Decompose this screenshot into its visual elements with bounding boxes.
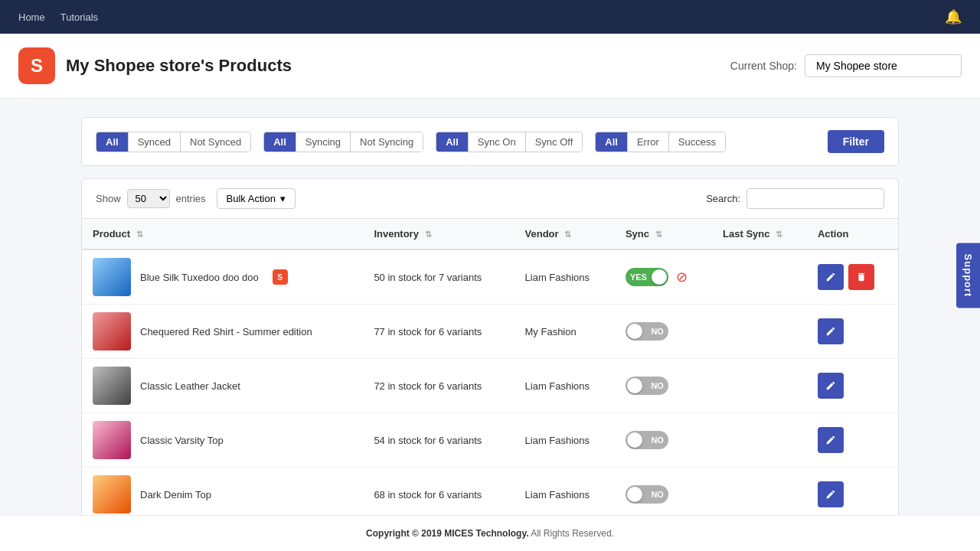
inventory-cell: 54 in stock for 6 variants xyxy=(363,413,514,468)
action-cell xyxy=(807,468,898,522)
product-cell-2: Chequered Red Shirt - Summer edition xyxy=(82,305,363,359)
main-content: All Synced Not Synced All Syncing Not Sy… xyxy=(69,99,911,551)
product-cell-4: Classic Varsity Top xyxy=(82,413,363,468)
product-name: Classic Leather Jacket xyxy=(140,380,240,392)
last-sync-cell xyxy=(712,359,807,413)
action-cell xyxy=(807,413,898,468)
last-sync-cell xyxy=(712,305,807,359)
table-controls: Show 50 25 100 entries Bulk Action ▾ Sea… xyxy=(81,178,899,218)
support-tab[interactable]: Support xyxy=(956,243,980,308)
last-sync-cell xyxy=(712,413,807,468)
sync-cell: NO xyxy=(615,305,712,359)
filter-groups: All Synced Not Synced All Syncing Not Sy… xyxy=(96,132,726,152)
filter-button[interactable]: Filter xyxy=(828,130,884,153)
bulk-action-button[interactable]: Bulk Action ▾ xyxy=(217,188,296,209)
toggle-knob xyxy=(627,324,642,339)
product-thumbnail xyxy=(93,367,131,405)
edit-button[interactable] xyxy=(818,373,844,399)
shopee-logo-icon: S xyxy=(18,47,55,84)
vendor-cell: Liam Fashions xyxy=(514,468,615,522)
page-header: S My Shopee store's Products Current Sho… xyxy=(0,34,980,99)
filter-sync-on[interactable]: Sync On xyxy=(469,132,526,152)
show-label: Show xyxy=(96,193,121,204)
sync-toggle[interactable]: NO xyxy=(626,377,668,395)
table-row: Classic Varsity Top54 in stock for 6 var… xyxy=(82,413,898,468)
sync-cell: YES⊘ xyxy=(615,249,712,305)
vendor-cell: Liam Fashions xyxy=(514,413,615,468)
inventory-cell: 72 in stock for 6 variants xyxy=(363,359,514,413)
table-header-row: Product ⇅ Inventory ⇅ Vendor ⇅ Sync ⇅ xyxy=(82,219,898,249)
sync-cell: NO xyxy=(615,468,712,522)
table-row: Classic Leather Jacket72 in stock for 6 … xyxy=(82,359,898,413)
inventory-sort-icon[interactable]: ⇅ xyxy=(425,230,432,240)
delete-button[interactable] xyxy=(848,264,874,290)
current-shop-input[interactable] xyxy=(805,54,962,77)
page-title: My Shopee store's Products xyxy=(66,56,292,76)
inventory-cell: 77 in stock for 6 variants xyxy=(363,305,514,359)
sync-label: NO xyxy=(651,381,664,390)
product-cell-3: Classic Leather Jacket xyxy=(82,359,363,413)
table-row: Dark Denim Top68 in stock for 6 variants… xyxy=(82,468,898,522)
filter-sync-off[interactable]: Sync Off xyxy=(526,132,583,152)
nav-tutorials-link[interactable]: Tutorials xyxy=(60,11,98,23)
inventory-cell: 50 in stock for 7 variants xyxy=(363,249,514,305)
sync-label: YES xyxy=(630,272,647,282)
bulk-action-label: Bulk Action xyxy=(227,193,276,204)
nav-links: Home Tutorials xyxy=(18,11,98,23)
shopee-badge-icon: S xyxy=(273,269,288,285)
last-sync-cell xyxy=(712,468,807,522)
vendor-cell: Liam Fashions xyxy=(514,359,615,413)
product-sort-icon[interactable]: ⇅ xyxy=(136,230,143,240)
notification-bell-icon[interactable]: 🔔 xyxy=(945,8,962,25)
filter-all-sync-status[interactable]: All xyxy=(96,132,129,152)
col-sync: Sync ⇅ xyxy=(615,219,712,249)
sync-toggle[interactable]: NO xyxy=(626,485,668,504)
table-row: Blue Silk Tuxedoo doo dooS50 in stock fo… xyxy=(82,249,898,305)
filter-syncing[interactable]: Syncing xyxy=(296,132,351,152)
sync-sort-icon[interactable]: ⇅ xyxy=(655,230,662,240)
filter-group-syncing: All Syncing Not Syncing xyxy=(263,132,423,152)
product-name: Classic Varsity Top xyxy=(140,435,224,446)
col-action: Action xyxy=(807,219,898,249)
toggle-knob xyxy=(627,487,642,502)
filter-all-syncing[interactable]: All xyxy=(264,132,296,152)
filter-not-syncing[interactable]: Not Syncing xyxy=(351,132,423,152)
sync-toggle[interactable]: NO xyxy=(626,431,668,449)
filter-success[interactable]: Success xyxy=(669,132,725,152)
col-vendor: Vendor ⇅ xyxy=(514,219,615,249)
edit-button[interactable] xyxy=(818,481,844,507)
vendor-sort-icon[interactable]: ⇅ xyxy=(564,230,571,240)
sync-toggle[interactable]: YES xyxy=(626,268,668,286)
show-entries: Show 50 25 100 entries xyxy=(96,189,206,208)
sync-label: NO xyxy=(651,544,664,551)
top-navigation: Home Tutorials 🔔 xyxy=(0,0,980,34)
filter-error[interactable]: Error xyxy=(628,132,669,152)
filter-all-status[interactable]: All xyxy=(596,132,628,152)
sync-toggle[interactable]: NO xyxy=(626,322,668,341)
footer-rights: All Rights Reserved. xyxy=(531,528,614,539)
last-sync-sort-icon[interactable]: ⇅ xyxy=(776,230,782,240)
edit-button[interactable] xyxy=(818,318,844,344)
nav-home-link[interactable]: Home xyxy=(18,11,45,23)
toggle-knob xyxy=(652,269,667,285)
edit-button[interactable] xyxy=(818,427,844,453)
entries-select[interactable]: 50 25 100 xyxy=(127,189,170,208)
toggle-knob xyxy=(627,432,642,448)
sync-cell: NO xyxy=(615,359,712,413)
action-cell xyxy=(807,249,898,305)
filter-group-status: All Error Success xyxy=(595,132,726,152)
sync-label: NO xyxy=(651,327,664,336)
edit-button[interactable] xyxy=(818,264,844,290)
action-cell xyxy=(807,359,898,413)
col-last-sync: Last Sync ⇅ xyxy=(712,219,807,249)
filter-not-synced[interactable]: Not Synced xyxy=(181,132,250,152)
bulk-action-chevron-icon: ▾ xyxy=(280,193,286,204)
col-product: Product ⇅ xyxy=(82,219,363,249)
inventory-cell: 68 in stock for 6 variants xyxy=(363,468,514,522)
filter-group-sync-toggle: All Sync On Sync Off xyxy=(436,132,583,152)
filter-all-sync-toggle[interactable]: All xyxy=(436,132,469,152)
vendor-cell: My Fashion xyxy=(514,305,615,359)
filter-synced[interactable]: Synced xyxy=(129,132,181,152)
search-input[interactable] xyxy=(746,188,884,209)
product-cell-1: Blue Silk Tuxedoo doo dooS xyxy=(82,249,363,305)
